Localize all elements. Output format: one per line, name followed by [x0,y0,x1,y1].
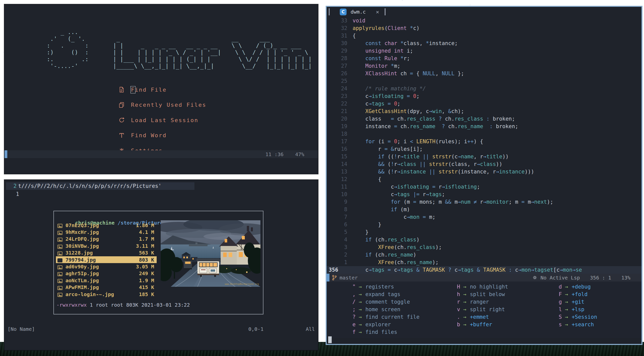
file-row[interactable]: aghr5Ip.jpg249 K [56,270,157,277]
token-op: → [483,199,486,205]
code-line[interactable]: 2 if (ch.res_name) [327,251,641,259]
code-line[interactable]: 26 XClassHint ch = { NULL, NULL }; [327,70,641,77]
code-line[interactable]: 356 c→tags = c→tags & TAGMASK ? c→tags &… [327,266,641,274]
file-row[interactable]: 24LrDFQ.jpg1.7 M [56,236,157,242]
code-line[interactable]: 33void [327,17,641,24]
code-line[interactable]: 29 unsigned int i; [327,47,641,55]
token-tx: c [451,267,458,273]
code-line[interactable]: 6 } [327,221,641,228]
code-line[interactable]: 4 if (ch.res_class) [327,236,641,243]
token-tx [353,252,365,258]
code-line[interactable]: 9 for (m = mons; m && m→num ≠ r→monitor;… [327,198,641,206]
which-key-binding: "→registers [327,283,429,291]
menu-item-label: Find File [131,87,167,93]
file-row[interactable]: 799794.jpg803 K [56,256,157,263]
token-tx [397,40,400,46]
token-tx [474,267,477,273]
file-name: arco-login-~.jpg [65,291,114,297]
code-line[interactable]: 7 c→mon = m; [327,213,641,221]
tab-close-icon[interactable]: × [376,9,379,15]
code-line[interactable]: 20 class = ch.res_class ? ch.res_class :… [327,115,641,123]
code-line[interactable]: 13 && (!r→instance || strstr(instance, r… [327,168,641,175]
line-number: 15 [327,154,347,160]
token-tx [353,70,365,77]
code-line[interactable]: 19 instance = ch.res_name ? ch.res_name … [327,123,641,130]
file-row[interactable]: arco-login-~.jpg185 K [56,291,157,298]
code-line[interactable]: 18 [327,130,641,138]
code-line-content: c→isfloating = r→isfloating; [347,184,480,190]
code-line[interactable]: 5 } [327,228,641,236]
arrow-icon: → [460,306,470,312]
token-kwb: for [391,199,400,205]
token-tx: ; [442,191,445,197]
binding-description: no highlight [470,284,508,290]
file-row[interactable]: 31228.jpg563 K [56,250,157,256]
code-line[interactable]: 10 c→tags |= r→tags; [327,191,641,198]
token-op: = [423,214,426,220]
vim-statusline: [No Name] 0,0-1 All [5,325,318,333]
picture-icon [57,271,62,275]
token-kwb: if [365,237,372,243]
line-number: 6 [327,222,347,228]
token-tx: (i [375,138,388,145]
code-line[interactable]: 11 c→isfloating = r→isfloating; [327,183,641,191]
dashboard-menu-item-find-file[interactable]: Find File [118,82,206,97]
code-line[interactable]: 21 XGetClassHint(dpy, c→win, &ch); [327,108,641,115]
dashboard-menu-item-find-word[interactable]: Find Word [118,128,206,143]
token-mem: title [486,154,502,160]
code-line[interactable]: 22 c→tags = 0; [327,100,641,108]
file-row[interactable]: 9hMxcHr.jpg4.1 M [56,229,157,235]
file-row[interactable]: APwFMIM.jpg415 K [56,284,157,291]
key-label: F [531,291,562,297]
file-row[interactable]: aoNcTLm.jpg1.9 M [56,277,157,284]
arrow-icon: → [562,322,572,328]
code-line[interactable]: 24 /* rule matching */ [327,85,641,92]
line-number: 5 [327,229,347,235]
token-tx [384,267,388,273]
line-number: 356 [327,267,347,273]
code-line[interactable]: 30 const char *class, *instance; [327,40,641,47]
code-line[interactable]: 15 if ((!r→title || strstr(c→name, r→tit… [327,153,641,160]
code-line[interactable]: 27 Monitor *m; [327,62,641,70]
code-line[interactable]: 16 r = &rules[i]; [327,145,641,153]
dashboard-menu-item-load-last-session[interactable]: Load Last Session [118,113,206,128]
token-tx: mons; m [416,199,445,205]
dashboard-menu-item-recently-used-files[interactable]: Recently Used Files [118,97,206,113]
code-line[interactable]: 8 if (m) [327,206,641,213]
file-row[interactable]: 07nEzQ3.jpg1.86 M [56,222,157,229]
line-number: 22 [327,101,347,107]
file-row[interactable]: 30iNVBw.jpg3.11 M [56,242,157,249]
arrow-icon: → [356,329,365,335]
token-tx: ))) [525,169,534,175]
line-number: 2 [6,183,17,189]
code-line[interactable]: 31{ [327,32,641,40]
arrow-icon: → [356,291,365,297]
code-line[interactable]: 25 [327,77,641,85]
line-number: 1 [8,191,19,197]
code-line[interactable]: 12 { [327,175,641,183]
code-line[interactable]: 32applyrules(Client *c) [327,24,641,32]
token-tx: , [435,70,442,77]
line-number: 20 [327,116,347,122]
code-line[interactable]: 28 const Rule *r; [327,55,641,62]
token-mem: res_name [388,252,413,258]
token-op: || [420,161,426,167]
which-key-binding: F→+fold [531,291,642,298]
tab-dwm-c[interactable]: C dwm.c × [330,9,385,15]
code-line[interactable]: 3 XFree(ch.res_class); [327,243,641,251]
buffer-line-text: t///s/P//2/h/c/.l/s/n/s/p/p/s/r/r/s/Pict… [18,183,161,189]
code-line[interactable]: 1 XFree(ch.res_name); [327,259,641,266]
token-op: → [397,267,400,273]
token-tx: { [353,33,356,39]
token-op: = [394,123,397,129]
file-row[interactable]: ad6v90y.jpg3.05 M [56,263,157,270]
code-line[interactable]: 14 && (!r→class || strstr(class, r→class… [327,160,641,168]
token-mem: instance [499,169,525,175]
token-fn: LENGTH [416,138,435,145]
token-tx [435,169,439,175]
code-line[interactable]: 17 for (i = 0; i < LENGTH(rules); i++) { [327,138,641,145]
code-line[interactable]: 23 c→isfloating = 0; [327,92,641,100]
code-line-content: for (i = 0; i < LENGTH(rules); i++) { [347,138,483,145]
token-kwb: if [391,206,397,212]
word-icon [118,132,125,139]
